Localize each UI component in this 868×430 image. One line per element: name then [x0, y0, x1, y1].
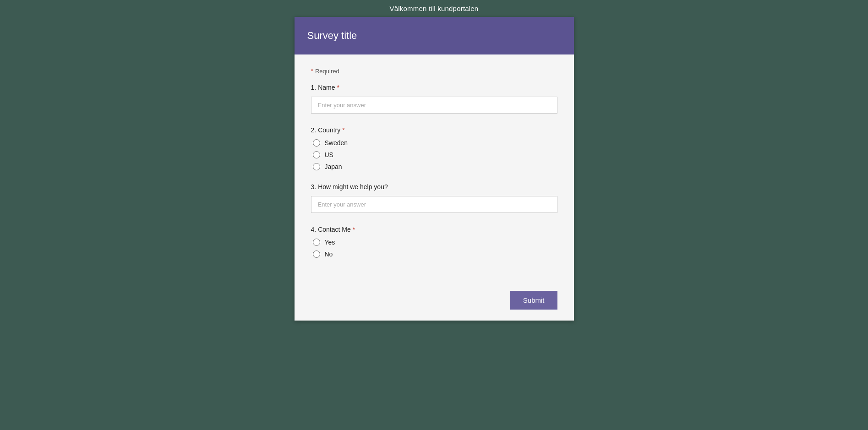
submit-button[interactable]: Submit [510, 291, 557, 310]
question-4-number: 4. [311, 226, 317, 233]
top-bar: Välkommen till kundportalen [0, 0, 868, 17]
question-2-label: 2. Country * [311, 126, 557, 134]
contact-radio-group: Yes No [311, 239, 557, 258]
top-bar-title: Välkommen till kundportalen [390, 5, 479, 12]
survey-title: Survey title [307, 30, 357, 41]
required-text: Required [315, 68, 339, 75]
contact-option-yes[interactable]: Yes [313, 239, 557, 246]
question-4-label: 4. Contact Me * [311, 226, 557, 233]
question-1-number: 1. [311, 84, 317, 91]
submit-row: Submit [295, 283, 574, 321]
question-2-required-star: * [342, 126, 344, 134]
contact-radio-yes[interactable] [313, 239, 320, 246]
required-note: * Required [311, 67, 557, 75]
question-2-number: 2. [311, 126, 317, 134]
contact-radio-no[interactable] [313, 250, 320, 258]
question-1-block: 1. Name * [311, 84, 557, 114]
question-1-text: Name [318, 84, 335, 91]
question-2-text: Country [318, 126, 340, 134]
question-2-block: 2. Country * Sweden US Japan [311, 126, 557, 170]
country-radio-group: Sweden US Japan [311, 139, 557, 170]
country-radio-japan[interactable] [313, 163, 320, 170]
country-option-sweden[interactable]: Sweden [313, 139, 557, 147]
question-4-block: 4. Contact Me * Yes No [311, 226, 557, 258]
question-3-input[interactable] [311, 196, 557, 213]
question-3-text: How might we help you? [318, 183, 388, 191]
question-4-required-star: * [353, 226, 355, 233]
contact-option-no[interactable]: No [313, 250, 557, 258]
question-4-text: Contact Me [318, 226, 351, 233]
survey-container: Survey title * Required 1. Name * 2. Cou… [295, 17, 574, 321]
question-3-number: 3. [311, 183, 317, 191]
country-label-us: US [325, 151, 333, 158]
question-1-input[interactable] [311, 97, 557, 114]
contact-label-yes: Yes [325, 239, 335, 246]
country-radio-sweden[interactable] [313, 139, 320, 147]
country-option-japan[interactable]: Japan [313, 163, 557, 170]
contact-label-no: No [325, 250, 333, 258]
country-label-sweden: Sweden [325, 139, 348, 147]
question-1-required-star: * [337, 84, 339, 91]
country-radio-us[interactable] [313, 151, 320, 158]
question-1-label: 1. Name * [311, 84, 557, 91]
country-label-japan: Japan [325, 163, 342, 170]
question-3-block: 3. How might we help you? [311, 183, 557, 213]
country-option-us[interactable]: US [313, 151, 557, 158]
question-3-label: 3. How might we help you? [311, 183, 557, 191]
survey-header: Survey title [295, 17, 574, 54]
required-star: * [311, 67, 313, 75]
survey-body: * Required 1. Name * 2. Country * Sweden [295, 54, 574, 283]
